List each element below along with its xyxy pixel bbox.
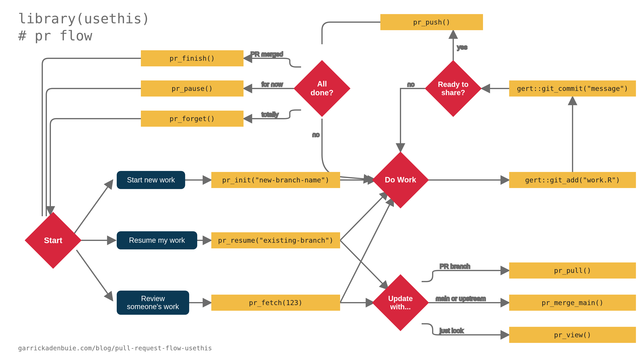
yellow-pr-view: pr_view() [509, 327, 636, 343]
yellow-pr-forget: pr_forget() [141, 111, 244, 127]
edge-label-no2: no [312, 131, 320, 138]
navy-start-new-work: Start new work [117, 171, 185, 189]
navy-review-someones-work: Review someone's work [117, 291, 189, 315]
edge-label-no: no [407, 81, 414, 88]
yellow-git-commit: gert::git_commit("message") [509, 80, 636, 96]
edge-label-for-now: for now [262, 81, 283, 88]
yellow-pr-merge-main: pr_merge_main() [509, 295, 636, 311]
edge-label-pr-merged: PR merged [250, 50, 283, 58]
edge-label-just-look: just look [440, 327, 464, 334]
yellow-pr-pause: pr_pause() [141, 80, 244, 96]
yellow-pr-pull: pr_pull() [509, 263, 636, 279]
edge-label-pr-branch: PR branch [440, 263, 470, 270]
yellow-pr-init: pr_init("new-branch-name") [211, 172, 340, 188]
edge-label-main-or-upstream: main or upstream [436, 295, 486, 302]
yellow-pr-resume: pr_resume("existing-branch") [211, 232, 340, 248]
edge-label-yes: yes [457, 43, 467, 51]
yellow-pr-fetch: pr_fetch(123) [211, 295, 340, 311]
navy-resume-my-work: Resume my work [117, 231, 197, 249]
yellow-git-add: gert::git_add("work.R") [509, 172, 636, 188]
yellow-pr-finish: pr_finish() [141, 50, 244, 66]
edge-label-totally: totally [262, 111, 278, 118]
yellow-pr-push: pr_push() [380, 14, 483, 30]
